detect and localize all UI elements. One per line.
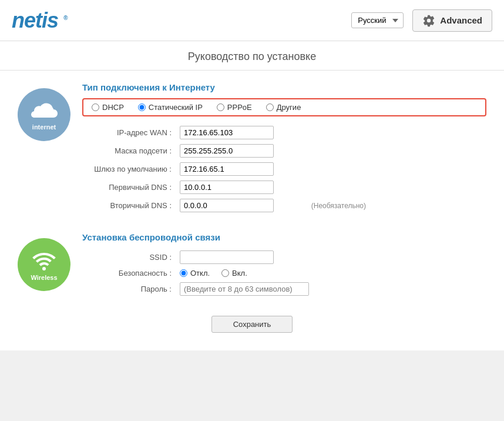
main-content: internet Тип подключения к Интернету DHC… (0, 71, 504, 350)
header: netis ® Русский English Advanced (0, 0, 504, 41)
radio-static-ip[interactable]: Статический IP (138, 103, 203, 112)
connection-type-group: DHCP Статический IP PPPoE Другие (82, 98, 486, 116)
subnet-mask-input[interactable] (180, 144, 274, 158)
security-radio-group: Откл. Вкл. (180, 269, 384, 278)
gateway-input[interactable] (180, 162, 274, 176)
advanced-button[interactable]: Advanced (412, 9, 492, 32)
wan-ip-label: IP-адрес WAN : (82, 123, 176, 142)
secondary-dns-label: Вторичный DNS : (82, 196, 176, 215)
security-on[interactable]: Вкл. (221, 269, 247, 278)
radio-pppoe[interactable]: PPPoE (217, 103, 252, 112)
logo: netis ® (12, 8, 67, 33)
password-label: Пароль : (82, 280, 176, 298)
table-row: Маска подсети : (82, 142, 388, 160)
save-button[interactable]: Сохранить (211, 316, 293, 333)
cloud-svg-icon (29, 99, 59, 121)
primary-dns-label: Первичный DNS : (82, 178, 176, 196)
ssid-label: SSID : (82, 248, 176, 266)
security-label: Безопасность : (82, 266, 176, 280)
table-row: Шлюз по умолчанию : (82, 160, 388, 178)
wireless-section-title: Установка беспроводной связи (82, 232, 486, 242)
internet-section: internet Тип подключения к Интернету DHC… (18, 82, 486, 215)
security-off[interactable]: Откл. (180, 269, 210, 278)
internet-section-body: Тип подключения к Интернету DHCP Статиче… (82, 82, 486, 215)
page-title-wrap: Руководство по установке (0, 41, 504, 71)
header-right: Русский English Advanced (351, 9, 492, 32)
wireless-fields-table: SSID : Безопасность : Откл. (82, 248, 388, 298)
table-row: Вторичный DNS : (Необязательно) (82, 196, 388, 215)
subnet-mask-label: Маска подсети : (82, 142, 176, 160)
secondary-dns-hint: (Необязательно) (307, 196, 388, 215)
secondary-dns-input[interactable] (180, 199, 274, 212)
ssid-input[interactable] (180, 250, 274, 264)
gateway-label: Шлюз по умолчанию : (82, 160, 176, 178)
internet-section-title: Тип подключения к Интернету (82, 82, 486, 92)
internet-icon: internet (18, 88, 70, 141)
save-row: Сохранить (18, 316, 486, 333)
primary-dns-input[interactable] (180, 181, 274, 194)
password-input[interactable] (180, 282, 309, 296)
advanced-label: Advanced (440, 15, 482, 25)
wireless-section: Wireless Установка беспроводной связи SS… (18, 232, 486, 298)
table-row: SSID : (82, 248, 388, 266)
table-row: Безопасность : Откл. Вкл. (82, 266, 388, 280)
wireless-icon: Wireless (18, 238, 70, 291)
language-select[interactable]: Русский English (351, 12, 404, 28)
table-row: Пароль : (82, 280, 388, 298)
table-row: Первичный DNS : (82, 178, 388, 196)
page-title: Руководство по установке (0, 51, 504, 63)
table-row: IP-адрес WAN : (82, 123, 388, 142)
gear-icon (422, 14, 435, 27)
internet-fields-table: IP-адрес WAN : Маска подсети : Шлюз по у… (82, 123, 388, 215)
radio-dhcp[interactable]: DHCP (92, 103, 124, 112)
wan-ip-input[interactable] (180, 126, 274, 139)
wifi-svg-icon (29, 248, 59, 272)
radio-other[interactable]: Другие (266, 103, 301, 112)
wireless-section-body: Установка беспроводной связи SSID : Безо… (82, 232, 486, 298)
